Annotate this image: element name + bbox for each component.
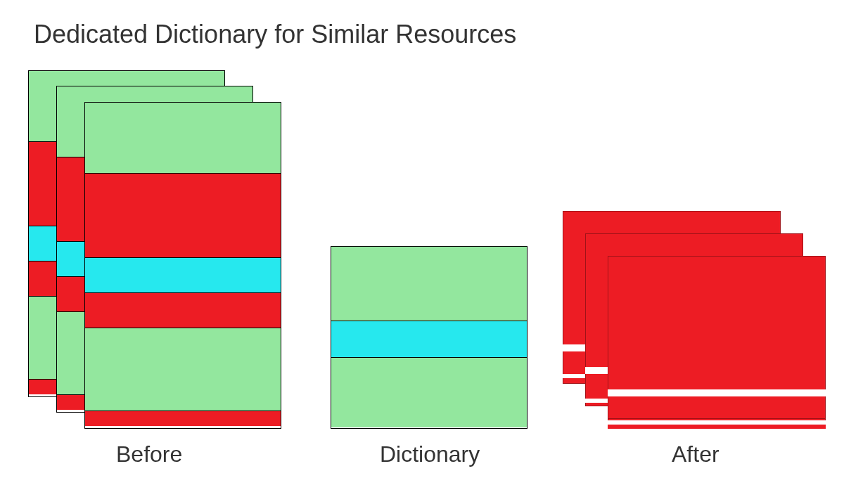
after-stack (563, 211, 830, 436)
before-card-front (84, 102, 281, 429)
label-dictionary: Dictionary (380, 441, 480, 467)
before-stack (28, 70, 281, 429)
dictionary-card (331, 246, 528, 429)
page-title: Dedicated Dictionary for Similar Resourc… (34, 20, 516, 49)
label-after: After (672, 441, 720, 467)
label-before: Before (116, 441, 182, 467)
